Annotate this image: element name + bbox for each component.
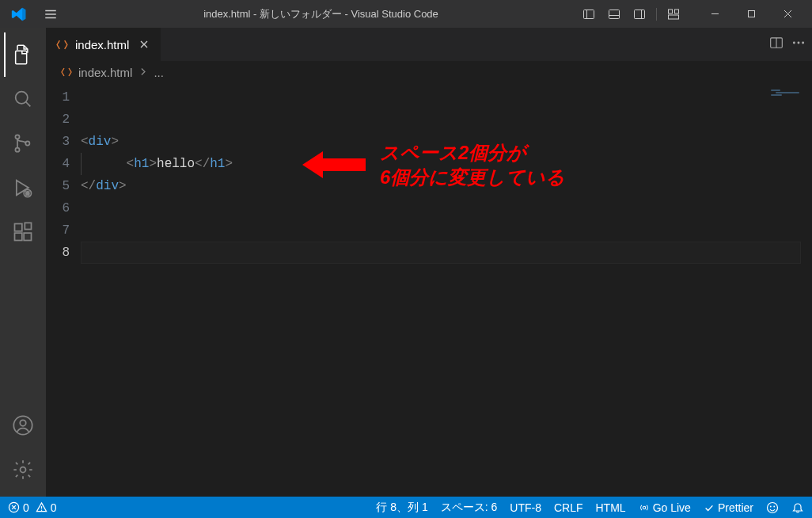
svg-point-22 — [21, 467, 26, 473]
svg-rect-6 — [669, 10, 673, 13]
status-feedback-icon[interactable] — [766, 501, 779, 514]
tab-index-html[interactable]: index.html — [46, 28, 161, 61]
minimap[interactable] — [749, 83, 812, 107]
line-number: 8 — [46, 242, 70, 264]
chevron-right-icon — [138, 66, 148, 79]
svg-point-13 — [15, 148, 19, 152]
status-language[interactable]: HTML — [596, 501, 626, 514]
line-number: 5 — [46, 175, 70, 197]
status-errors[interactable]: 0 — [8, 501, 29, 514]
svg-rect-17 — [15, 233, 22, 240]
code-line[interactable] — [81, 219, 812, 242]
activity-settings-icon[interactable] — [4, 448, 42, 492]
code-line[interactable]: <h1>hello</h1> — [81, 153, 812, 175]
svg-rect-4 — [635, 10, 645, 18]
svg-rect-16 — [15, 224, 22, 231]
svg-point-26 — [798, 42, 800, 44]
svg-point-12 — [15, 135, 19, 139]
status-golive[interactable]: Go Live — [639, 501, 691, 514]
svg-point-25 — [793, 42, 795, 44]
svg-rect-8 — [669, 15, 679, 19]
activity-accounts-icon[interactable] — [4, 403, 42, 448]
code-line[interactable] — [81, 109, 812, 131]
svg-point-21 — [20, 420, 25, 425]
svg-rect-18 — [24, 233, 31, 240]
window-title: index.html - 新しいフォルダー - Visual Studio Co… — [70, 7, 572, 21]
status-bar: 0 0 行 8、列 1 スペース: 6 UTF-8 CRLF HTML Go L… — [0, 497, 812, 518]
activity-explorer-icon[interactable] — [4, 32, 42, 77]
divider — [656, 8, 657, 21]
breadcrumb-file: index.html — [78, 66, 132, 79]
status-prettier[interactable]: Prettier — [704, 501, 753, 514]
svg-point-32 — [770, 505, 772, 507]
svg-rect-0 — [584, 10, 594, 18]
svg-point-29 — [41, 510, 43, 512]
svg-point-33 — [773, 505, 775, 507]
close-window-button[interactable] — [769, 0, 806, 28]
editor[interactable]: 12345678 — [46, 83, 812, 497]
status-encoding[interactable]: UTF-8 — [510, 501, 541, 514]
svg-rect-9 — [748, 11, 754, 17]
line-number: 3 — [46, 131, 70, 153]
code-line[interactable] — [81, 242, 812, 264]
toggle-panel-left-icon[interactable] — [577, 2, 601, 26]
breadcrumb-ellipsis: ... — [154, 66, 164, 79]
layout-controls — [577, 2, 685, 26]
code-line[interactable] — [81, 86, 812, 109]
status-bell-icon[interactable] — [791, 501, 804, 514]
svg-rect-19 — [25, 223, 31, 229]
activity-search-icon[interactable] — [4, 77, 42, 121]
status-spaces[interactable]: スペース: 6 — [441, 501, 498, 515]
line-number: 1 — [46, 86, 70, 109]
window-controls — [696, 0, 806, 28]
vscode-logo-icon — [11, 6, 27, 22]
split-editor-icon[interactable] — [769, 36, 784, 53]
hamburger-menu-icon[interactable] — [36, 3, 65, 25]
html-file-icon — [60, 66, 73, 78]
code-area[interactable]: スペース2個分が 6個分に変更している <div> <h1>hello</h1>… — [81, 83, 812, 497]
toggle-panel-bottom-icon[interactable] — [602, 2, 626, 26]
maximize-button[interactable] — [733, 0, 769, 28]
toggle-panel-right-icon[interactable] — [628, 2, 651, 26]
activity-run-debug-icon[interactable] — [4, 166, 42, 210]
customize-layout-icon[interactable] — [662, 2, 685, 26]
html-file-icon — [55, 38, 69, 51]
line-number: 2 — [46, 109, 70, 131]
tab-close-icon[interactable] — [137, 37, 151, 51]
activity-bar — [0, 28, 46, 497]
activity-extensions-icon[interactable] — [4, 210, 42, 254]
svg-point-27 — [802, 42, 804, 44]
code-line[interactable]: </div> — [81, 175, 812, 197]
breadcrumbs[interactable]: index.html ... — [46, 61, 812, 83]
titlebar: index.html - 新しいフォルダー - Visual Studio Co… — [0, 0, 812, 28]
code-line[interactable]: <div> — [81, 131, 812, 153]
svg-rect-2 — [609, 10, 620, 18]
tab-label: index.html — [75, 38, 129, 51]
svg-rect-7 — [675, 10, 679, 13]
tabs-row: index.html — [46, 28, 812, 61]
line-number: 6 — [46, 197, 70, 219]
more-actions-icon[interactable] — [791, 36, 806, 53]
svg-point-30 — [643, 506, 646, 509]
line-number: 4 — [46, 153, 70, 175]
minimize-button[interactable] — [696, 0, 733, 28]
status-cursor[interactable]: 行 8、列 1 — [376, 501, 427, 515]
status-eol[interactable]: CRLF — [554, 501, 583, 514]
activity-source-control-icon[interactable] — [4, 121, 42, 166]
line-number: 7 — [46, 219, 70, 242]
status-warnings[interactable]: 0 — [36, 501, 57, 514]
code-line[interactable] — [81, 197, 812, 219]
line-number-gutter: 12345678 — [46, 83, 81, 497]
svg-rect-10 — [16, 51, 27, 63]
